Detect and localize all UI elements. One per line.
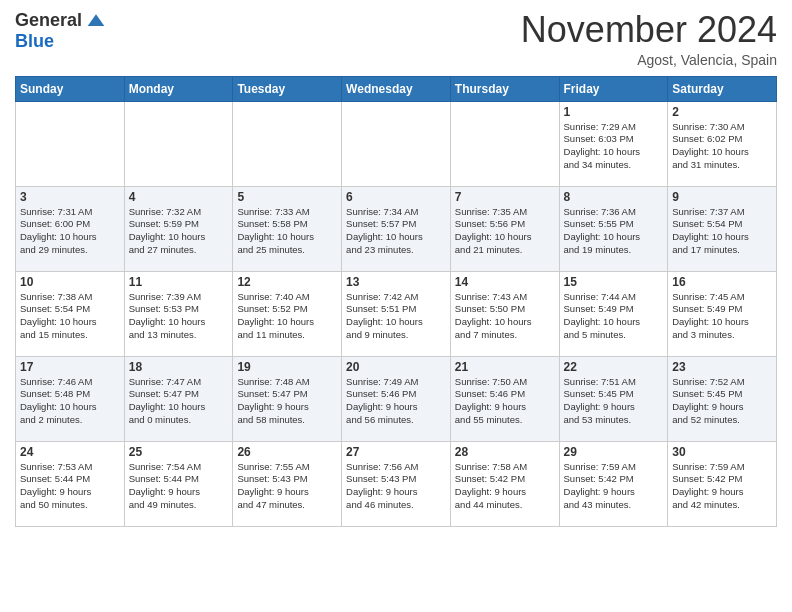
day-info: Sunrise: 7:44 AM Sunset: 5:49 PM Dayligh…: [564, 291, 664, 342]
day-cell: 9Sunrise: 7:37 AM Sunset: 5:54 PM Daylig…: [668, 186, 777, 271]
logo-icon: [86, 11, 106, 31]
day-number: 23: [672, 360, 772, 374]
header-wednesday: Wednesday: [342, 76, 451, 101]
week-row-1: 3Sunrise: 7:31 AM Sunset: 6:00 PM Daylig…: [16, 186, 777, 271]
header-sunday: Sunday: [16, 76, 125, 101]
logo-general-text: General: [15, 10, 82, 31]
day-info: Sunrise: 7:56 AM Sunset: 5:43 PM Dayligh…: [346, 461, 446, 512]
title-area: November 2024 Agost, Valencia, Spain: [521, 10, 777, 68]
day-info: Sunrise: 7:59 AM Sunset: 5:42 PM Dayligh…: [672, 461, 772, 512]
day-info: Sunrise: 7:39 AM Sunset: 5:53 PM Dayligh…: [129, 291, 229, 342]
week-row-2: 10Sunrise: 7:38 AM Sunset: 5:54 PM Dayli…: [16, 271, 777, 356]
day-number: 18: [129, 360, 229, 374]
day-cell: 3Sunrise: 7:31 AM Sunset: 6:00 PM Daylig…: [16, 186, 125, 271]
day-number: 21: [455, 360, 555, 374]
day-cell: 19Sunrise: 7:48 AM Sunset: 5:47 PM Dayli…: [233, 356, 342, 441]
logo-blue-text: Blue: [15, 31, 54, 52]
day-info: Sunrise: 7:58 AM Sunset: 5:42 PM Dayligh…: [455, 461, 555, 512]
day-info: Sunrise: 7:36 AM Sunset: 5:55 PM Dayligh…: [564, 206, 664, 257]
day-cell: 20Sunrise: 7:49 AM Sunset: 5:46 PM Dayli…: [342, 356, 451, 441]
day-number: 2: [672, 105, 772, 119]
header-tuesday: Tuesday: [233, 76, 342, 101]
logo: General Blue: [15, 10, 106, 52]
day-cell: 18Sunrise: 7:47 AM Sunset: 5:47 PM Dayli…: [124, 356, 233, 441]
day-number: 19: [237, 360, 337, 374]
day-cell: 23Sunrise: 7:52 AM Sunset: 5:45 PM Dayli…: [668, 356, 777, 441]
week-row-3: 17Sunrise: 7:46 AM Sunset: 5:48 PM Dayli…: [16, 356, 777, 441]
day-number: 28: [455, 445, 555, 459]
day-info: Sunrise: 7:50 AM Sunset: 5:46 PM Dayligh…: [455, 376, 555, 427]
day-number: 8: [564, 190, 664, 204]
day-number: 14: [455, 275, 555, 289]
day-number: 15: [564, 275, 664, 289]
day-info: Sunrise: 7:47 AM Sunset: 5:47 PM Dayligh…: [129, 376, 229, 427]
day-cell: 21Sunrise: 7:50 AM Sunset: 5:46 PM Dayli…: [450, 356, 559, 441]
weekday-header-row: Sunday Monday Tuesday Wednesday Thursday…: [16, 76, 777, 101]
day-info: Sunrise: 7:32 AM Sunset: 5:59 PM Dayligh…: [129, 206, 229, 257]
day-info: Sunrise: 7:29 AM Sunset: 6:03 PM Dayligh…: [564, 121, 664, 172]
day-cell: 28Sunrise: 7:58 AM Sunset: 5:42 PM Dayli…: [450, 441, 559, 526]
page: General Blue November 2024 Agost, Valenc…: [0, 0, 792, 542]
day-cell: [124, 101, 233, 186]
header-thursday: Thursday: [450, 76, 559, 101]
day-cell: [450, 101, 559, 186]
day-cell: [16, 101, 125, 186]
month-title: November 2024: [521, 10, 777, 50]
day-info: Sunrise: 7:33 AM Sunset: 5:58 PM Dayligh…: [237, 206, 337, 257]
day-number: 27: [346, 445, 446, 459]
day-info: Sunrise: 7:43 AM Sunset: 5:50 PM Dayligh…: [455, 291, 555, 342]
day-cell: 22Sunrise: 7:51 AM Sunset: 5:45 PM Dayli…: [559, 356, 668, 441]
day-number: 30: [672, 445, 772, 459]
day-info: Sunrise: 7:40 AM Sunset: 5:52 PM Dayligh…: [237, 291, 337, 342]
day-info: Sunrise: 7:30 AM Sunset: 6:02 PM Dayligh…: [672, 121, 772, 172]
day-cell: 16Sunrise: 7:45 AM Sunset: 5:49 PM Dayli…: [668, 271, 777, 356]
week-row-0: 1Sunrise: 7:29 AM Sunset: 6:03 PM Daylig…: [16, 101, 777, 186]
day-cell: 25Sunrise: 7:54 AM Sunset: 5:44 PM Dayli…: [124, 441, 233, 526]
day-number: 22: [564, 360, 664, 374]
day-cell: 27Sunrise: 7:56 AM Sunset: 5:43 PM Dayli…: [342, 441, 451, 526]
day-cell: 5Sunrise: 7:33 AM Sunset: 5:58 PM Daylig…: [233, 186, 342, 271]
day-info: Sunrise: 7:51 AM Sunset: 5:45 PM Dayligh…: [564, 376, 664, 427]
day-cell: 29Sunrise: 7:59 AM Sunset: 5:42 PM Dayli…: [559, 441, 668, 526]
day-number: 29: [564, 445, 664, 459]
day-cell: 10Sunrise: 7:38 AM Sunset: 5:54 PM Dayli…: [16, 271, 125, 356]
header: General Blue November 2024 Agost, Valenc…: [15, 10, 777, 68]
day-number: 1: [564, 105, 664, 119]
day-number: 20: [346, 360, 446, 374]
day-cell: 1Sunrise: 7:29 AM Sunset: 6:03 PM Daylig…: [559, 101, 668, 186]
day-number: 24: [20, 445, 120, 459]
day-cell: 2Sunrise: 7:30 AM Sunset: 6:02 PM Daylig…: [668, 101, 777, 186]
day-cell: 17Sunrise: 7:46 AM Sunset: 5:48 PM Dayli…: [16, 356, 125, 441]
calendar: Sunday Monday Tuesday Wednesday Thursday…: [15, 76, 777, 527]
day-info: Sunrise: 7:34 AM Sunset: 5:57 PM Dayligh…: [346, 206, 446, 257]
day-number: 4: [129, 190, 229, 204]
day-cell: 14Sunrise: 7:43 AM Sunset: 5:50 PM Dayli…: [450, 271, 559, 356]
day-info: Sunrise: 7:31 AM Sunset: 6:00 PM Dayligh…: [20, 206, 120, 257]
day-cell: 24Sunrise: 7:53 AM Sunset: 5:44 PM Dayli…: [16, 441, 125, 526]
day-cell: 11Sunrise: 7:39 AM Sunset: 5:53 PM Dayli…: [124, 271, 233, 356]
day-number: 9: [672, 190, 772, 204]
day-info: Sunrise: 7:48 AM Sunset: 5:47 PM Dayligh…: [237, 376, 337, 427]
day-info: Sunrise: 7:59 AM Sunset: 5:42 PM Dayligh…: [564, 461, 664, 512]
day-number: 6: [346, 190, 446, 204]
svg-marker-0: [88, 14, 105, 26]
day-info: Sunrise: 7:49 AM Sunset: 5:46 PM Dayligh…: [346, 376, 446, 427]
header-saturday: Saturday: [668, 76, 777, 101]
header-monday: Monday: [124, 76, 233, 101]
day-info: Sunrise: 7:37 AM Sunset: 5:54 PM Dayligh…: [672, 206, 772, 257]
header-friday: Friday: [559, 76, 668, 101]
day-info: Sunrise: 7:38 AM Sunset: 5:54 PM Dayligh…: [20, 291, 120, 342]
day-cell: 4Sunrise: 7:32 AM Sunset: 5:59 PM Daylig…: [124, 186, 233, 271]
day-cell: 6Sunrise: 7:34 AM Sunset: 5:57 PM Daylig…: [342, 186, 451, 271]
day-number: 13: [346, 275, 446, 289]
day-number: 5: [237, 190, 337, 204]
day-info: Sunrise: 7:55 AM Sunset: 5:43 PM Dayligh…: [237, 461, 337, 512]
location: Agost, Valencia, Spain: [521, 52, 777, 68]
day-cell: 8Sunrise: 7:36 AM Sunset: 5:55 PM Daylig…: [559, 186, 668, 271]
day-cell: [233, 101, 342, 186]
day-cell: 13Sunrise: 7:42 AM Sunset: 5:51 PM Dayli…: [342, 271, 451, 356]
day-cell: 15Sunrise: 7:44 AM Sunset: 5:49 PM Dayli…: [559, 271, 668, 356]
day-number: 16: [672, 275, 772, 289]
week-row-4: 24Sunrise: 7:53 AM Sunset: 5:44 PM Dayli…: [16, 441, 777, 526]
day-cell: 26Sunrise: 7:55 AM Sunset: 5:43 PM Dayli…: [233, 441, 342, 526]
